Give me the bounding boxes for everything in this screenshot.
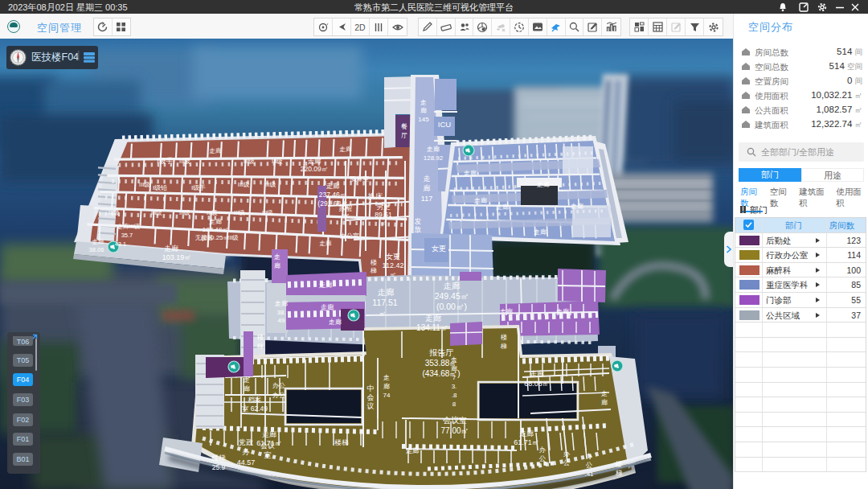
svg-text:走: 走 [420, 99, 427, 106]
svg-text:ICU: ICU [438, 120, 452, 129]
svg-text:走廊III级: 走廊III级 [117, 223, 141, 230]
svg-text:㎡: ㎡ [380, 220, 387, 227]
svg-text:廊: 廊 [451, 365, 457, 372]
svg-text:公: 公 [539, 454, 547, 462]
svg-text:237.46㎡: 237.46㎡ [319, 191, 347, 199]
svg-text:III级: III级 [179, 209, 190, 216]
svg-text:走廊: 走廊 [275, 300, 288, 307]
svg-text:发: 发 [415, 217, 422, 225]
svg-text:走廊: 走廊 [534, 228, 547, 236]
svg-text:公: 公 [586, 461, 593, 469]
svg-text:放: 放 [415, 225, 422, 233]
svg-text:74: 74 [383, 392, 391, 399]
svg-text:43.1: 43.1 [115, 240, 127, 248]
svg-text:走: 走 [274, 253, 280, 261]
svg-text:廊: 廊 [244, 385, 250, 392]
svg-text:走廊: 走廊 [500, 308, 513, 315]
svg-text:68.08㎡: 68.08㎡ [524, 380, 550, 388]
svg-text:走: 走 [244, 376, 250, 384]
svg-text:楼梯: 楼梯 [335, 438, 350, 446]
svg-text:44.57: 44.57 [237, 458, 256, 466]
svg-text:III级: III级 [108, 209, 120, 216]
svg-text:89.51: 89.51 [375, 211, 392, 219]
svg-text:廊: 廊 [383, 383, 390, 390]
svg-text:.41: .41 [584, 471, 594, 478]
svg-text:走廊: 走廊 [209, 218, 222, 225]
svg-text:会议: 会议 [260, 442, 275, 450]
svg-text:办: 办 [586, 452, 593, 460]
svg-text:档案: 档案 [248, 396, 262, 404]
svg-text:梯: 梯 [370, 267, 377, 274]
svg-text:楼: 楼 [616, 460, 623, 468]
svg-text:预麻室: 预麻室 [350, 175, 369, 183]
svg-text:III级: III级 [234, 209, 245, 216]
svg-text:办: 办 [243, 448, 250, 456]
svg-text:楼梯: 楼梯 [212, 454, 227, 462]
svg-text:办: 办 [539, 446, 547, 454]
svg-text:走廊: 走廊 [444, 281, 461, 290]
svg-text:苏醒: 苏醒 [339, 204, 354, 212]
svg-text:梯: 梯 [256, 343, 264, 350]
svg-text:走廊: 走廊 [210, 147, 223, 154]
svg-text:134.11㎡: 134.11㎡ [416, 323, 448, 332]
svg-text:187.48㎡: 187.48㎡ [203, 226, 228, 233]
svg-text:走廊: 走廊 [406, 446, 420, 454]
svg-text:77.00㎡: 77.00㎡ [440, 426, 469, 435]
svg-text:女更: 女更 [386, 253, 400, 261]
svg-text:III级: III级 [264, 181, 276, 188]
svg-text:III级: III级 [262, 209, 273, 216]
svg-text:220.09㎡: 220.09㎡ [301, 165, 329, 173]
svg-text:会: 会 [367, 393, 375, 401]
svg-text:III级: III级 [244, 158, 255, 165]
svg-text:无菌器: 无菌器 [195, 234, 214, 241]
svg-text:I级手: I级手 [191, 184, 206, 191]
svg-text:走廊: 走廊 [378, 287, 395, 297]
svg-text:走廊: 走廊 [164, 244, 178, 253]
svg-text:走廊: 走廊 [556, 308, 569, 315]
svg-text:走廊: 走廊 [496, 203, 509, 211]
svg-text:走: 走 [601, 390, 608, 397]
svg-text:办: 办 [563, 450, 571, 458]
svg-text:(0.00㎡): (0.00㎡) [436, 302, 467, 311]
svg-text:议: 议 [366, 402, 375, 410]
svg-text:换床: 换床 [367, 192, 383, 200]
svg-text:128.92: 128.92 [424, 154, 444, 162]
svg-text:103.19㎡: 103.19㎡ [162, 253, 192, 261]
svg-text:㎡: ㎡ [379, 310, 387, 318]
svg-text:走廊: 走廊 [308, 157, 322, 165]
svg-text:走廊: 走廊 [329, 318, 342, 326]
svg-text:38.: 38. [276, 309, 285, 316]
svg-text:49: 49 [278, 317, 285, 324]
svg-text:党政: 党政 [239, 438, 253, 446]
svg-text:249.45㎡: 249.45㎡ [435, 291, 469, 301]
svg-text:办公: 办公 [272, 392, 285, 399]
svg-text:38.06: 38.06 [89, 246, 104, 253]
svg-text:男更: 男更 [377, 203, 391, 211]
svg-text:III级: III级 [238, 181, 250, 188]
svg-text:走廊: 走廊 [519, 429, 534, 438]
svg-text:廊: 廊 [274, 262, 280, 269]
svg-text:廊: 廊 [601, 399, 608, 406]
svg-text:餐: 餐 [401, 123, 407, 130]
svg-text:III级: III级 [151, 209, 162, 216]
svg-text:办公: 办公 [272, 382, 285, 389]
svg-text:楼: 楼 [257, 334, 264, 341]
svg-text:III级: III级 [179, 158, 190, 165]
svg-text:III级: III级 [227, 234, 239, 241]
svg-text:走廊: 走廊 [326, 182, 341, 190]
svg-text:梯: 梯 [500, 343, 507, 350]
svg-text:145: 145 [418, 116, 429, 123]
svg-text:走廊: 走廊 [464, 170, 477, 177]
svg-text:112.42: 112.42 [383, 261, 404, 269]
svg-text:走廊: 走廊 [425, 314, 441, 323]
svg-text:楼: 楼 [371, 259, 377, 266]
svg-text:.8: .8 [452, 392, 457, 399]
svg-text:室 62.49: 室 62.49 [242, 405, 268, 413]
svg-text:走廊: 走廊 [537, 181, 550, 188]
svg-text:梯: 梯 [616, 469, 623, 477]
svg-text:会议室: 会议室 [443, 416, 467, 425]
svg-text:117.51: 117.51 [372, 298, 397, 307]
svg-text:25.9: 25.9 [212, 463, 226, 471]
svg-text:走廊: 走廊 [571, 203, 583, 210]
svg-text:走廊: 走廊 [262, 430, 276, 438]
